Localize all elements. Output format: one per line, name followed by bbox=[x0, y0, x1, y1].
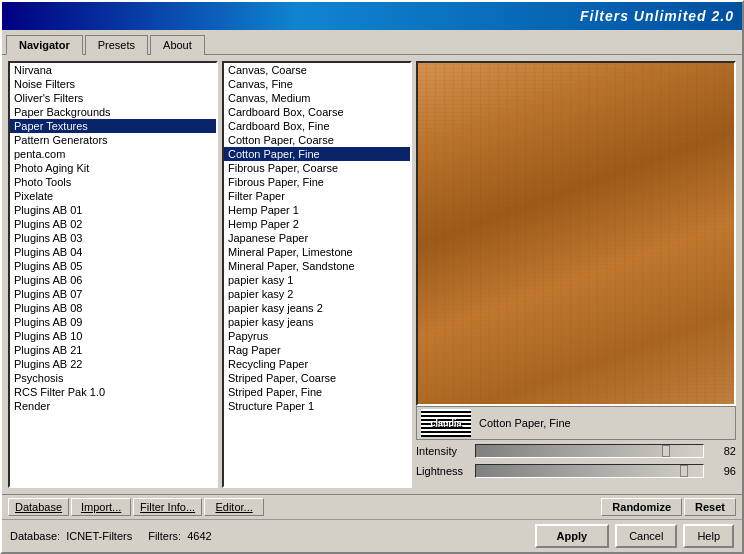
content-area: NirvanaNoise FiltersOliver's FiltersPape… bbox=[2, 55, 742, 494]
left-list-item[interactable]: Plugins AB 01 bbox=[10, 203, 216, 217]
intensity-row: Intensity 82 bbox=[416, 444, 736, 458]
middle-list-item[interactable]: Mineral Paper, Limestone bbox=[224, 245, 410, 259]
lightness-value: 96 bbox=[708, 465, 736, 477]
intensity-value: 82 bbox=[708, 445, 736, 457]
left-list-item[interactable]: Pattern Generators bbox=[10, 133, 216, 147]
database-value: ICNET-Filters bbox=[66, 530, 132, 542]
lightness-row: Lightness 96 bbox=[416, 464, 736, 478]
middle-list-item[interactable]: Mineral Paper, Sandstone bbox=[224, 259, 410, 273]
left-list-item[interactable]: Pixelate bbox=[10, 189, 216, 203]
left-list-item[interactable]: Plugins AB 05 bbox=[10, 259, 216, 273]
left-list-item[interactable]: Plugins AB 21 bbox=[10, 343, 216, 357]
middle-list-item[interactable]: Papyrus bbox=[224, 329, 410, 343]
middle-list-item[interactable]: Cotton Paper, Fine bbox=[224, 147, 410, 161]
apply-button[interactable]: Apply bbox=[535, 524, 610, 548]
filters-label: Filters: bbox=[148, 530, 181, 542]
status-row: Database: ICNET-Filters Filters: 4642 Ap… bbox=[2, 519, 742, 552]
intensity-thumb[interactable] bbox=[662, 445, 670, 457]
left-list-item[interactable]: RCS Filter Pak 1.0 bbox=[10, 385, 216, 399]
preview-image bbox=[418, 63, 734, 404]
left-list-item[interactable]: Noise Filters bbox=[10, 77, 216, 91]
main-window: Filters Unlimited 2.0 Navigator Presets … bbox=[0, 0, 744, 554]
middle-list-item[interactable]: Canvas, Medium bbox=[224, 91, 410, 105]
bottom-toolbar: Database Import... Filter Info... Editor… bbox=[2, 494, 742, 519]
left-list-item[interactable]: Plugins AB 02 bbox=[10, 217, 216, 231]
middle-list-item[interactable]: Fibrous Paper, Coarse bbox=[224, 161, 410, 175]
middle-list-item[interactable]: Fibrous Paper, Fine bbox=[224, 175, 410, 189]
reset-button[interactable]: Reset bbox=[684, 498, 736, 516]
lightness-label: Lightness bbox=[416, 465, 471, 477]
middle-list-item[interactable]: Cotton Paper, Coarse bbox=[224, 133, 410, 147]
middle-list-item[interactable]: Rag Paper bbox=[224, 343, 410, 357]
left-list-item[interactable]: Oliver's Filters bbox=[10, 91, 216, 105]
database-button[interactable]: Database bbox=[8, 498, 69, 516]
intensity-label: Intensity bbox=[416, 445, 471, 457]
left-list-item[interactable]: Plugins AB 07 bbox=[10, 287, 216, 301]
left-list-item[interactable]: Photo Tools bbox=[10, 175, 216, 189]
left-list-item[interactable]: Plugins AB 04 bbox=[10, 245, 216, 259]
middle-list-item[interactable]: papier kasy jeans bbox=[224, 315, 410, 329]
right-panel: claudia Cotton Paper, Fine Intensity 82 … bbox=[416, 61, 736, 488]
database-label: Database: bbox=[10, 530, 60, 542]
middle-list-item[interactable]: Japanese Paper bbox=[224, 231, 410, 245]
middle-list-item[interactable]: Filter Paper bbox=[224, 189, 410, 203]
filters-value: 4642 bbox=[187, 530, 211, 542]
filter-info-button[interactable]: Filter Info... bbox=[133, 498, 202, 516]
preview-footer: claudia Cotton Paper, Fine bbox=[416, 406, 736, 440]
middle-list-item[interactable]: Cardboard Box, Coarse bbox=[224, 105, 410, 119]
middle-list-item[interactable]: papier kasy jeans 2 bbox=[224, 301, 410, 315]
intensity-slider[interactable] bbox=[475, 444, 704, 458]
left-list-item[interactable]: Plugins AB 06 bbox=[10, 273, 216, 287]
left-list-item[interactable]: Paper Backgrounds bbox=[10, 105, 216, 119]
middle-list-item[interactable]: Striped Paper, Coarse bbox=[224, 371, 410, 385]
left-list-item[interactable]: Plugins AB 22 bbox=[10, 357, 216, 371]
tab-navigator[interactable]: Navigator bbox=[6, 35, 83, 55]
preview-title: Cotton Paper, Fine bbox=[475, 417, 731, 429]
category-list[interactable]: NirvanaNoise FiltersOliver's FiltersPape… bbox=[8, 61, 218, 488]
middle-list-item[interactable]: Canvas, Coarse bbox=[224, 63, 410, 77]
filter-list[interactable]: Canvas, CoarseCanvas, FineCanvas, Medium… bbox=[222, 61, 412, 488]
left-panel: NirvanaNoise FiltersOliver's FiltersPape… bbox=[8, 61, 218, 488]
left-list-item[interactable]: Plugins AB 09 bbox=[10, 315, 216, 329]
cancel-button[interactable]: Cancel bbox=[615, 524, 677, 548]
tab-bar: Navigator Presets About bbox=[2, 30, 742, 55]
controls-area: Intensity 82 Lightness 96 bbox=[416, 440, 736, 488]
help-button[interactable]: Help bbox=[683, 524, 734, 548]
randomize-button[interactable]: Randomize bbox=[601, 498, 682, 516]
middle-list-item[interactable]: Striped Paper, Fine bbox=[224, 385, 410, 399]
import-button[interactable]: Import... bbox=[71, 498, 131, 516]
middle-panel: Canvas, CoarseCanvas, FineCanvas, Medium… bbox=[222, 61, 412, 488]
left-list-item[interactable]: Psychosis bbox=[10, 371, 216, 385]
left-list-item[interactable]: Plugins AB 03 bbox=[10, 231, 216, 245]
status-bar: Database: ICNET-Filters Filters: 4642 bbox=[10, 530, 529, 542]
left-list-item[interactable]: Paper Textures bbox=[10, 119, 216, 133]
middle-list-item[interactable]: papier kasy 2 bbox=[224, 287, 410, 301]
left-list-item[interactable]: Plugins AB 10 bbox=[10, 329, 216, 343]
lightness-thumb[interactable] bbox=[680, 465, 688, 477]
middle-list-item[interactable]: Structure Paper 1 bbox=[224, 399, 410, 413]
left-list-item[interactable]: Plugins AB 08 bbox=[10, 301, 216, 315]
title-bar: Filters Unlimited 2.0 bbox=[2, 2, 742, 30]
middle-list-item[interactable]: papier kasy 1 bbox=[224, 273, 410, 287]
left-list-item[interactable]: Nirvana bbox=[10, 63, 216, 77]
tab-about[interactable]: About bbox=[150, 35, 205, 55]
middle-list-item[interactable]: Recycling Paper bbox=[224, 357, 410, 371]
middle-list-item[interactable]: Hemp Paper 1 bbox=[224, 203, 410, 217]
tab-presets[interactable]: Presets bbox=[85, 35, 148, 55]
editor-button[interactable]: Editor... bbox=[204, 498, 264, 516]
preview-logo: claudia bbox=[421, 409, 471, 437]
left-list-item[interactable]: Render bbox=[10, 399, 216, 413]
middle-list-item[interactable]: Cardboard Box, Fine bbox=[224, 119, 410, 133]
middle-list-item[interactable]: Canvas, Fine bbox=[224, 77, 410, 91]
middle-list-item[interactable]: Hemp Paper 2 bbox=[224, 217, 410, 231]
left-list-item[interactable]: Photo Aging Kit bbox=[10, 161, 216, 175]
title-bar-text: Filters Unlimited 2.0 bbox=[580, 8, 734, 24]
lightness-slider[interactable] bbox=[475, 464, 704, 478]
left-list-item[interactable]: penta.com bbox=[10, 147, 216, 161]
preview-area bbox=[416, 61, 736, 406]
